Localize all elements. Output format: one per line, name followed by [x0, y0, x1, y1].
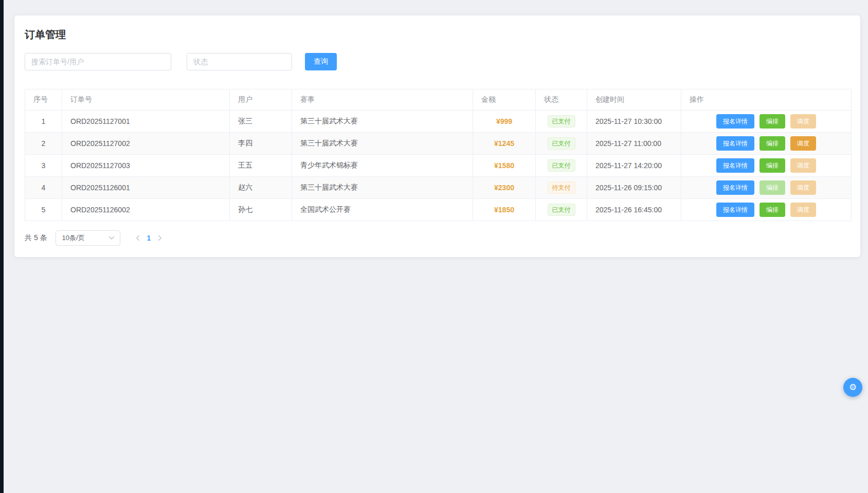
dispatch-button[interactable]: 调度 — [790, 114, 816, 129]
column-header-actions: 操作 — [681, 89, 852, 111]
actions-cell: 报名详情编排调度 — [681, 133, 852, 155]
table-row: 4ORD20251126001赵六第三十届武术大赛¥2300待支付2025-11… — [25, 177, 852, 199]
table-row: 3ORD20251127003王五青少年武术锦标赛¥1580已支付2025-11… — [25, 155, 852, 177]
status-filter-input[interactable] — [187, 53, 292, 70]
table-row: 5ORD20251126002孙七全国武术公开赛¥1850已支付2025-11-… — [25, 199, 852, 221]
gear-icon: ⚙ — [849, 383, 857, 392]
user-cell: 赵六 — [230, 177, 292, 199]
created-time-cell: 2025-11-27 11:00:00 — [587, 133, 681, 155]
user-cell: 李四 — [230, 133, 292, 155]
row-index-cell: 2 — [25, 133, 62, 155]
created-time-cell: 2025-11-26 16:45:00 — [587, 199, 681, 221]
table-row: 2ORD20251127002李四第三十届武术大赛¥1245已支付2025-11… — [25, 133, 852, 155]
created-time-cell: 2025-11-27 10:30:00 — [587, 111, 681, 133]
pagination-bar: 共 5 条 10条/页 1 — [25, 230, 850, 246]
event-cell: 第三十届武术大赛 — [292, 133, 473, 155]
row-index-cell: 4 — [25, 177, 62, 199]
search-input[interactable] — [25, 53, 171, 70]
amount-value: ¥1580 — [494, 161, 514, 170]
user-cell: 王五 — [230, 155, 292, 177]
page-title: 订单管理 — [25, 28, 850, 42]
amount-cell: ¥1245 — [473, 133, 536, 155]
row-actions: 报名详情编排调度 — [690, 114, 843, 129]
status-badge: 待支付 — [548, 181, 575, 194]
status-cell: 已支付 — [536, 111, 587, 133]
order-no-cell: ORD20251127001 — [62, 111, 230, 133]
next-page-button[interactable] — [155, 235, 165, 241]
created-time-cell: 2025-11-26 09:15:00 — [587, 177, 681, 199]
status-badge: 已支付 — [548, 159, 575, 172]
actions-cell: 报名详情编排调度 — [681, 155, 852, 177]
filter-bar: 查询 — [25, 53, 850, 70]
actions-cell: 报名详情编排调度 — [681, 199, 852, 221]
amount-cell: ¥999 — [473, 111, 536, 133]
detail-button[interactable]: 报名详情 — [716, 114, 754, 129]
row-index-cell: 5 — [25, 199, 62, 221]
status-cell: 待支付 — [536, 177, 587, 199]
column-header-event: 赛事 — [292, 89, 473, 111]
column-header-user: 用户 — [230, 89, 292, 111]
column-header-order-no: 订单号 — [62, 89, 230, 111]
amount-value: ¥1245 — [494, 139, 514, 148]
user-cell: 张三 — [230, 111, 292, 133]
column-header-index: 序号 — [25, 89, 62, 111]
event-cell: 青少年武术锦标赛 — [292, 155, 473, 177]
detail-button[interactable]: 报名详情 — [716, 136, 754, 151]
row-actions: 报名详情编排调度 — [690, 158, 843, 173]
collapsed-dark-sidebar — [0, 0, 4, 493]
chevron-right-icon — [158, 235, 162, 241]
arrange-button[interactable]: 编排 — [760, 114, 785, 129]
order-no-cell: ORD20251126002 — [62, 199, 230, 221]
row-index-cell: 1 — [25, 111, 62, 133]
created-time-cell: 2025-11-27 14:20:00 — [587, 155, 681, 177]
status-cell: 已支付 — [536, 133, 587, 155]
arrange-button[interactable]: 编排 — [760, 136, 785, 151]
order-no-cell: ORD20251126001 — [62, 177, 230, 199]
orders-table: 序号 订单号 用户 赛事 金额 状态 创建时间 操作 1ORD202511270… — [25, 89, 852, 221]
amount-cell: ¥2300 — [473, 177, 536, 199]
column-header-status: 状态 — [536, 89, 587, 111]
chevron-left-icon — [136, 235, 140, 241]
row-actions: 报名详情编排调度 — [690, 203, 843, 217]
amount-value: ¥1850 — [494, 206, 514, 214]
column-header-created-time: 创建时间 — [587, 89, 681, 111]
table-row: 1ORD20251127001张三第三十届武术大赛¥999已支付2025-11-… — [25, 111, 852, 133]
arrange-button[interactable]: 编排 — [760, 180, 785, 195]
query-button[interactable]: 查询 — [305, 53, 337, 70]
order-management-card: 订单管理 查询 序号 订单号 用户 赛事 金额 状态 创建时间 操作 1ORD2… — [14, 15, 860, 257]
total-count: 共 5 条 — [25, 233, 47, 243]
status-badge: 已支付 — [548, 115, 575, 127]
row-index-cell: 3 — [25, 155, 62, 177]
page-size-value: 10条/页 — [62, 233, 85, 243]
prev-page-button[interactable] — [133, 235, 143, 241]
status-cell: 已支付 — [536, 155, 587, 177]
column-header-amount: 金额 — [473, 89, 536, 111]
row-actions: 报名详情编排调度 — [690, 180, 843, 195]
actions-cell: 报名详情编排调度 — [681, 177, 852, 199]
settings-fab-button[interactable]: ⚙ — [843, 378, 862, 397]
page-number-1[interactable]: 1 — [147, 234, 151, 242]
status-cell: 已支付 — [536, 199, 587, 221]
dispatch-button[interactable]: 调度 — [790, 180, 816, 195]
dispatch-button[interactable]: 调度 — [790, 203, 816, 217]
page-size-select[interactable]: 10条/页 — [56, 230, 120, 246]
user-cell: 孙七 — [230, 199, 292, 221]
dispatch-button[interactable]: 调度 — [790, 158, 816, 173]
chevron-down-icon — [109, 236, 115, 240]
detail-button[interactable]: 报名详情 — [716, 158, 754, 173]
status-badge: 已支付 — [548, 204, 575, 216]
amount-value: ¥2300 — [494, 184, 514, 192]
event-cell: 第三十届武术大赛 — [292, 111, 473, 133]
arrange-button[interactable]: 编排 — [760, 158, 785, 173]
arrange-button[interactable]: 编排 — [760, 203, 785, 217]
detail-button[interactable]: 报名详情 — [716, 203, 754, 217]
detail-button[interactable]: 报名详情 — [716, 180, 754, 195]
event-cell: 第三十届武术大赛 — [292, 177, 473, 199]
amount-cell: ¥1850 — [473, 199, 536, 221]
order-no-cell: ORD20251127003 — [62, 155, 230, 177]
actions-cell: 报名详情编排调度 — [681, 111, 852, 133]
dispatch-button[interactable]: 调度 — [790, 136, 816, 151]
amount-cell: ¥1580 — [473, 155, 536, 177]
row-actions: 报名详情编排调度 — [690, 136, 843, 151]
orders-table-body: 1ORD20251127001张三第三十届武术大赛¥999已支付2025-11-… — [25, 111, 852, 221]
